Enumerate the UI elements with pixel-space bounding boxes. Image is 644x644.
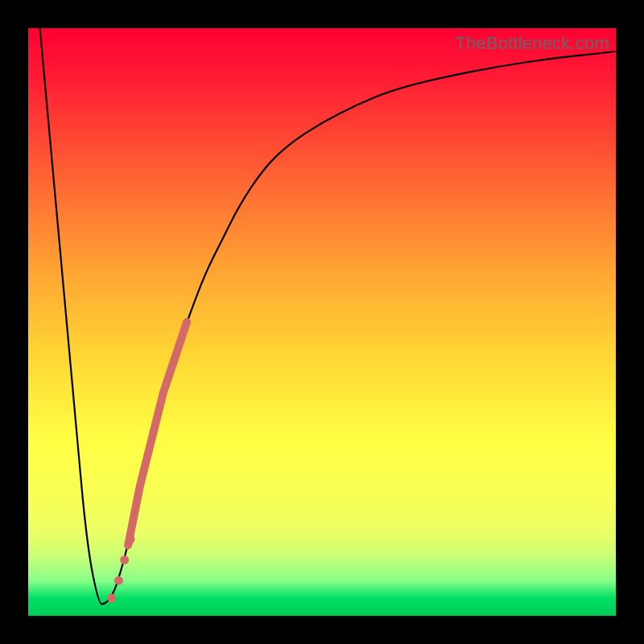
- chart-frame: TheBottleneck.com: [0, 0, 644, 644]
- highlight-dot: [126, 535, 135, 544]
- highlight-dot: [114, 576, 123, 585]
- highlight-dot: [107, 594, 116, 603]
- highlight-dot: [120, 555, 129, 564]
- highlight-segment: [128, 322, 187, 545]
- chart-svg: [28, 28, 616, 616]
- chart-plot-area: TheBottleneck.com: [28, 28, 616, 616]
- bottleneck-curve: [40, 28, 616, 604]
